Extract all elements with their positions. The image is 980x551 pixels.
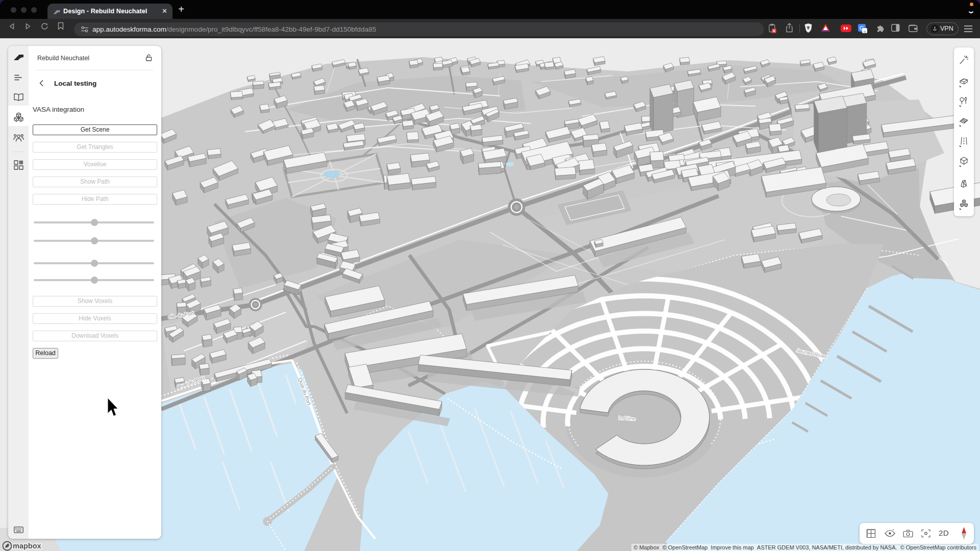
svg-text:mapbox: mapbox — [13, 542, 41, 550]
svg-text:a: a — [864, 29, 866, 34]
